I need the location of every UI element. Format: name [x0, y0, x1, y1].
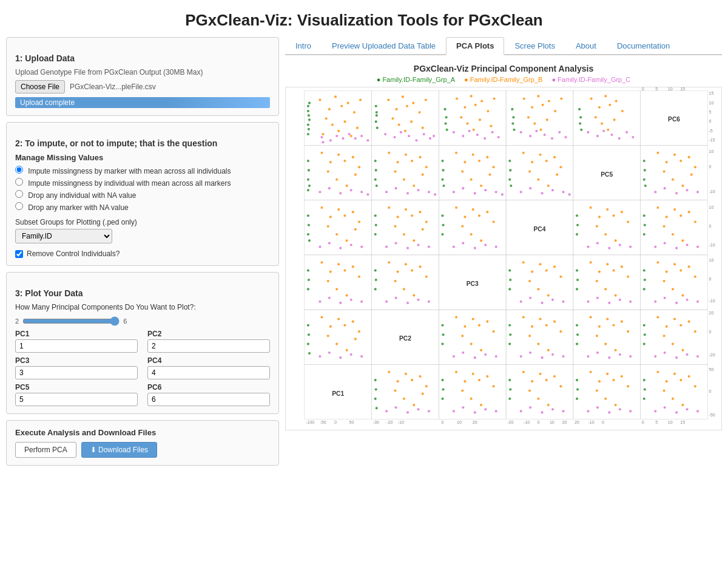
svg-point-446 [335, 288, 338, 290]
radio-option-3[interactable]: Drop any individual with NA value [15, 190, 270, 200]
svg-point-529 [343, 324, 346, 327]
tab-pca-plots[interactable]: PCA Plots [446, 37, 504, 55]
pc-slider[interactable] [22, 316, 120, 326]
svg-point-658 [541, 411, 544, 413]
svg-point-159 [375, 120, 377, 123]
svg-point-257 [343, 160, 346, 162]
svg-point-188 [470, 95, 473, 97]
svg-point-464 [413, 294, 415, 297]
download-files-button[interactable]: ⬇ Download Files [81, 442, 157, 458]
tab-scree-plots[interactable]: Scree Plots [504, 37, 565, 54]
perform-pca-button[interactable]: Perform PCA [15, 442, 76, 458]
svg-point-496 [627, 276, 629, 278]
svg-point-490 [590, 261, 592, 263]
svg-point-453 [374, 270, 377, 272]
choose-file-button[interactable]: Choose File [15, 80, 65, 93]
svg-point-297 [478, 160, 480, 162]
radio-option-1[interactable]: Impute missingness by marker with mean a… [15, 166, 270, 175]
pc5-input[interactable] [15, 393, 138, 406]
svg-point-182 [444, 108, 447, 110]
svg-point-528 [327, 334, 329, 337]
svg-point-211 [537, 95, 539, 97]
svg-point-518 [675, 302, 678, 304]
svg-point-409 [612, 214, 615, 217]
svg-point-647 [522, 371, 525, 373]
svg-point-602 [681, 349, 684, 351]
svg-text:20: 20 [562, 420, 567, 425]
svg-point-219 [560, 97, 562, 100]
svg-text:-50: -50 [320, 420, 326, 425]
radio-impute-4[interactable] [15, 202, 23, 210]
svg-point-670 [627, 385, 629, 387]
radio-impute-3[interactable] [15, 190, 23, 198]
svg-point-485 [551, 299, 554, 301]
svg-point-579 [606, 318, 608, 321]
tab-preview[interactable]: Preview Uploaded Data Table [322, 37, 446, 54]
svg-point-237 [621, 110, 624, 112]
pc4-input[interactable] [147, 366, 270, 379]
svg-point-638 [480, 404, 482, 406]
svg-point-192 [487, 110, 489, 112]
svg-point-549 [493, 330, 495, 333]
svg-text:0: 0 [709, 165, 711, 169]
download-label: Download Files [98, 446, 148, 454]
svg-point-189 [460, 116, 462, 118]
section1-title: 1: Upload Data [15, 53, 270, 63]
radio-impute-1[interactable] [15, 166, 23, 174]
svg-point-567 [537, 343, 539, 345]
svg-point-220 [520, 131, 522, 134]
svg-point-437 [308, 279, 310, 281]
svg-point-311 [508, 178, 511, 181]
svg-point-187 [463, 106, 466, 109]
svg-point-280 [403, 178, 405, 181]
svg-point-637 [470, 398, 473, 400]
remove-control-checkbox[interactable] [15, 250, 23, 258]
svg-point-603 [654, 355, 656, 358]
svg-point-691 [664, 406, 666, 409]
svg-point-397 [453, 246, 455, 248]
svg-point-433 [675, 247, 678, 250]
svg-point-628 [442, 388, 444, 390]
pc4-label: PC4 [147, 356, 270, 365]
svg-point-436 [307, 270, 309, 272]
pc6-input[interactable] [147, 393, 270, 406]
pc3-input[interactable] [15, 366, 138, 379]
pc2-input[interactable] [147, 339, 270, 353]
svg-point-310 [509, 169, 511, 171]
svg-point-664 [590, 371, 592, 373]
svg-point-284 [395, 187, 397, 189]
svg-point-585 [615, 349, 617, 351]
svg-point-248 [307, 160, 309, 162]
svg-text:0: 0 [334, 420, 337, 425]
tab-documentation[interactable]: Documentation [607, 37, 680, 54]
svg-point-456 [388, 261, 390, 263]
file-name: PGxClean-Viz...pleFile.csv [70, 83, 156, 91]
svg-point-663 [576, 398, 578, 400]
svg-point-431 [654, 246, 656, 248]
radio-option-2[interactable]: Impute missingness by individual with me… [15, 178, 270, 188]
svg-point-672 [615, 404, 617, 406]
svg-point-359 [335, 233, 338, 236]
tab-bar: Intro Preview Uploaded Data Table PCA Pl… [285, 37, 722, 55]
svg-text:50: 50 [349, 420, 354, 425]
radio-option-4[interactable]: Drop any marker with NA value [15, 202, 270, 212]
svg-point-690 [654, 410, 656, 412]
svg-point-454 [375, 279, 377, 281]
tab-about[interactable]: About [565, 37, 607, 54]
tab-intro[interactable]: Intro [285, 37, 322, 54]
svg-point-676 [619, 408, 621, 410]
svg-point-191 [480, 100, 483, 103]
pc1-input[interactable] [15, 339, 138, 353]
svg-point-190 [474, 104, 477, 106]
svg-point-455 [374, 288, 377, 290]
svg-point-268 [366, 193, 369, 195]
svg-point-151 [342, 137, 344, 140]
svg-point-144 [359, 98, 362, 101]
svg-point-300 [470, 178, 473, 181]
svg-point-392 [478, 214, 480, 217]
svg-point-516 [654, 300, 656, 303]
radio-impute-2[interactable] [15, 178, 23, 186]
svg-point-473 [522, 261, 525, 263]
subset-select[interactable]: Family.ID [15, 229, 112, 243]
svg-point-620 [413, 404, 415, 406]
